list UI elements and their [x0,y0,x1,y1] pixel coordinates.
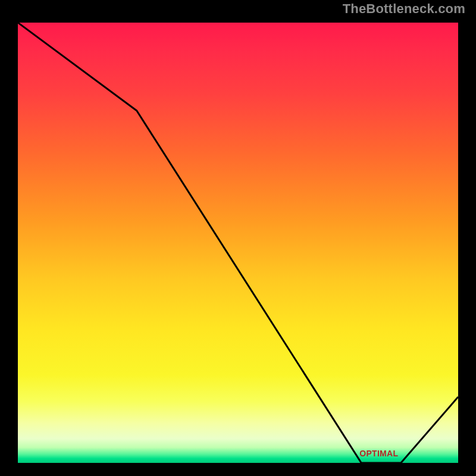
attribution-label: TheBottleneck.com [343,1,465,17]
plot-frame: OPTIMAL [13,18,463,468]
optimal-annotation: OPTIMAL [359,449,398,458]
plot-area: OPTIMAL [18,23,458,463]
overlay-svg: OPTIMAL [18,23,458,463]
bottleneck-curve [18,23,458,463]
chart-canvas: TheBottleneck.com OPTIMAL [0,0,476,476]
